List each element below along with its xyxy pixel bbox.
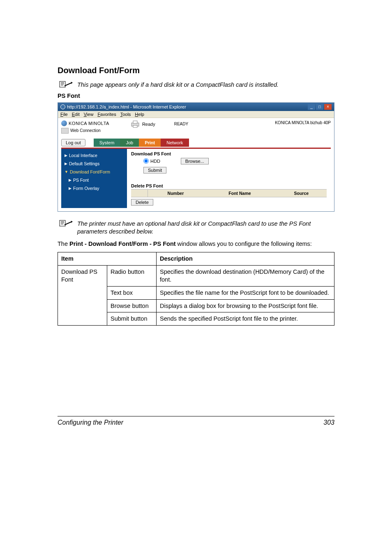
ready-label: Ready: [142, 122, 155, 127]
th-item: Item: [58, 252, 157, 266]
browse-button[interactable]: Browse...: [181, 158, 209, 164]
col-source: Source: [276, 189, 327, 197]
sidebar-item-download[interactable]: ▼Download Font/Form: [61, 168, 127, 176]
menu-edit[interactable]: Edit: [72, 112, 80, 117]
menu-view[interactable]: View: [84, 112, 94, 117]
cell-text-box: Text box: [107, 286, 157, 299]
sidebar-item-local[interactable]: ▶Local Interface: [61, 151, 127, 160]
intro-paragraph: The Print - Download Font/Form - PS Font…: [58, 240, 334, 248]
printer-icon: [131, 120, 140, 128]
properties-table: Item Description Download PS Font Radio …: [58, 252, 334, 326]
menu-tools[interactable]: Tools: [120, 112, 131, 117]
note-2: The printer must have an optional hard d…: [58, 219, 334, 236]
pagescope-icon: [61, 128, 69, 134]
hdd-label: HDD: [150, 159, 160, 164]
sidebar-item-label: PS Font: [73, 178, 89, 183]
menu-file[interactable]: File: [60, 112, 68, 117]
sidebar-item-label: Default Settings: [69, 161, 99, 166]
device-name: KONICA MINOLTA bizhub 40P: [275, 120, 331, 125]
panel-title-delete: Delete PS Font: [131, 183, 327, 188]
delete-table: Number Font Name Source: [131, 189, 327, 197]
intro-prefix: The: [58, 240, 69, 247]
cell-submit-desc: Sends the specified PostScript font file…: [157, 312, 334, 326]
main-tabs: System Job Print Network: [94, 139, 189, 147]
maximize-icon: □: [316, 104, 323, 110]
intro-suffix: window allows you to configure the follo…: [176, 240, 312, 247]
col-fontname: Font Name: [203, 189, 276, 197]
close-icon: ×: [324, 104, 332, 110]
tab-system[interactable]: System: [94, 139, 120, 147]
window-controls: _ □ ×: [308, 104, 332, 110]
note-icon: [59, 219, 73, 227]
th-description: Description: [157, 252, 334, 266]
menu-favorites[interactable]: Favorites: [97, 112, 116, 117]
cell-radio-button: Radio button: [107, 266, 157, 287]
sidebar-item-label: Download Font/Form: [70, 169, 110, 174]
panel-title-download: Download PS Font: [131, 151, 327, 156]
brand-name: KONICA MINOLTA: [69, 121, 109, 126]
note-1-text: This page appears only if a hard disk ki…: [77, 80, 279, 89]
sub-heading-psfont: PS Font: [58, 92, 334, 99]
note-2-text: The printer must have an optional hard d…: [77, 219, 334, 236]
note-1: This page appears only if a hard disk ki…: [58, 80, 334, 89]
browser-titlebar: http://192.168.1.2/a_index.html - Micros…: [58, 103, 334, 111]
browser-menubar: File Edit View Favorites Tools Help: [58, 111, 334, 118]
col-blank: [131, 189, 148, 197]
cell-browse-button: Browse button: [107, 299, 157, 312]
browser-title: http://192.168.1.2/a_index.html - Micros…: [67, 104, 186, 109]
cell-submit-button: Submit button: [107, 312, 157, 326]
svg-rect-5: [133, 121, 137, 123]
page-number: 303: [323, 419, 334, 426]
brand-block: KONICA MINOLTA Web Connection: [61, 120, 109, 134]
main-panel: Download PS Font HDD Browse... Submit De…: [127, 149, 331, 208]
footer-title: Configuring the Printer: [58, 419, 123, 426]
svg-rect-6: [133, 125, 137, 127]
sidebar-item-label: Form Overlay: [73, 186, 99, 191]
sidebar-item-defaults[interactable]: ▶Default Settings: [61, 160, 127, 168]
submit-button[interactable]: Submit: [143, 167, 166, 173]
cell-text-desc: Specifies the file name for the PostScri…: [157, 286, 334, 299]
note-icon: [59, 80, 73, 88]
svg-rect-7: [60, 220, 65, 226]
tab-network[interactable]: Network: [161, 139, 189, 147]
page-footer: Configuring the Printer 303: [58, 416, 334, 426]
sidebar-item-overlay[interactable]: ▶Form Overlay: [61, 184, 127, 192]
minimize-icon: _: [308, 104, 315, 110]
intro-bold: Print - Download Font/Form - PS Font: [69, 240, 176, 247]
ready-status: READY: [174, 122, 188, 126]
tab-job[interactable]: Job: [120, 139, 139, 147]
tab-print[interactable]: Print: [139, 139, 161, 147]
cell-radio-desc: Specifies the download destination (HDD/…: [157, 266, 334, 287]
brand-webconnection: Web Connection: [70, 128, 101, 133]
ie-icon: [60, 104, 65, 109]
sidebar-item-psfont[interactable]: ▶PS Font: [61, 176, 127, 184]
menu-help[interactable]: Help: [135, 112, 144, 117]
svg-rect-0: [60, 81, 65, 87]
col-number: Number: [148, 189, 203, 197]
hdd-radio-row[interactable]: HDD: [143, 158, 160, 164]
cell-browse-desc: Displays a dialog box for browsing to th…: [157, 299, 334, 312]
hdd-radio[interactable]: [143, 158, 149, 164]
logout-button[interactable]: Log out: [61, 139, 85, 146]
sidebar: ▶Local Interface ▶Default Settings ▼Down…: [61, 149, 127, 208]
delete-button[interactable]: Delete: [131, 199, 153, 206]
cell-download-ps-font: Download PS Font: [58, 266, 107, 326]
browser-window: http://192.168.1.2/a_index.html - Micros…: [58, 102, 334, 212]
sidebar-item-label: Local Interface: [69, 153, 97, 158]
section-title: Download Font/Form: [58, 66, 334, 75]
brand-logo-icon: [61, 120, 67, 126]
